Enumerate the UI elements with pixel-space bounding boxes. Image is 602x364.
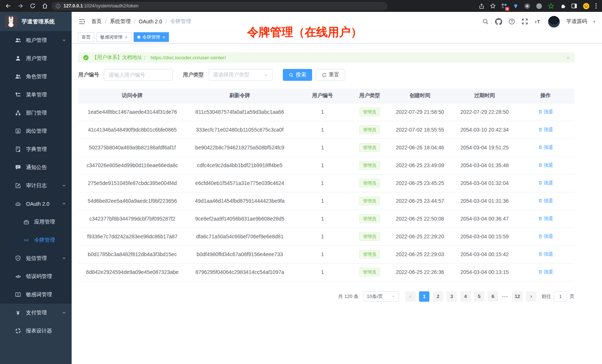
- force-logout-button[interactable]: 强退: [538, 144, 553, 151]
- profile-emoji-icon[interactable]: [583, 3, 590, 10]
- search-icon[interactable]: [482, 18, 489, 25]
- search-button[interactable]: 搜索: [283, 69, 312, 81]
- sidebar-panel-icon[interactable]: [571, 3, 577, 9]
- extension-command-icon[interactable]: [524, 3, 530, 9]
- sidebar-item-dict[interactable]: 字典管理: [0, 140, 72, 158]
- extension-star-icon[interactable]: [548, 3, 554, 9]
- alert-doc-link[interactable]: https://doc.iocoder.cn/user-center/: [151, 55, 226, 60]
- table-row: 6d842e2924594de9a09e45e087323abe 8796295…: [78, 263, 575, 281]
- tab-close-icon[interactable]: ×: [125, 35, 128, 40]
- sidebar-item-label: 租户管理: [26, 37, 47, 44]
- force-logout-button[interactable]: 强退: [538, 162, 553, 169]
- github-icon[interactable]: [495, 18, 502, 25]
- sidebar-item-label: 菜单管理: [26, 92, 47, 98]
- force-logout-button[interactable]: 强退: [538, 126, 553, 133]
- user-avatar[interactable]: [548, 16, 560, 27]
- sidebar-item-audit-log[interactable]: 审计日志: [0, 176, 72, 195]
- page-button[interactable]: 2: [433, 291, 443, 302]
- sidebar-item-error-code[interactable]: </> 错误码管理: [0, 267, 72, 285]
- sidebar-item-tenant[interactable]: 租户管理: [0, 31, 72, 49]
- prev-page-button[interactable]: [405, 291, 416, 302]
- access-token-cell: c342377bf8b344799dcbf7bf095287f2: [78, 210, 186, 228]
- refresh-token-cell: 333ecfc71e02480cb11055c875c3ca0f: [186, 121, 293, 139]
- extension-gem-icon[interactable]: [513, 3, 518, 9]
- user-type-cell: 管理员: [352, 156, 387, 174]
- breadcrumb-item[interactable]: 首页: [91, 18, 102, 25]
- sidebar-item-oauth2-app[interactable]: 应用管理: [0, 213, 72, 231]
- fullscreen-icon[interactable]: [521, 18, 528, 25]
- user-caret-down-icon[interactable]: ▾: [593, 19, 595, 24]
- sidebar-item-notice[interactable]: 通知公告: [0, 158, 72, 176]
- refresh-token-cell: 811c530487574fa0af1a59d3abc1aa66: [186, 103, 293, 121]
- next-page-button[interactable]: [526, 291, 536, 302]
- user-id-input[interactable]: [104, 69, 173, 81]
- action-cell: 强退: [517, 192, 575, 210]
- site-info-icon[interactable]: [56, 4, 60, 9]
- bookmark-star-icon[interactable]: [490, 3, 496, 9]
- sidebar-item-post[interactable]: 岗位管理: [0, 122, 72, 140]
- page-button[interactable]: 4: [460, 291, 471, 302]
- sidebar-item-sensitive-word[interactable]: 敏感词管理: [0, 285, 72, 304]
- sidebar-item-pay[interactable]: ¥ 支付管理: [0, 304, 72, 322]
- user-type-cell: 管理员: [352, 263, 387, 281]
- sidebar-item-dept[interactable]: 部门管理: [0, 104, 72, 122]
- address-bar[interactable]: 127.0.0.1:1024/system/oauth2/token: [52, 2, 387, 10]
- page-button-active[interactable]: 1: [419, 291, 429, 302]
- force-logout-button[interactable]: 强退: [538, 233, 553, 240]
- page-button[interactable]: 5: [474, 291, 484, 302]
- table-column-header: 过期时间: [452, 89, 517, 103]
- sidebar-item-report-designer[interactable]: 报表设计器: [0, 322, 72, 340]
- force-logout-button[interactable]: 强退: [538, 180, 553, 186]
- tab-home[interactable]: 首页: [78, 32, 94, 42]
- page-button-last[interactable]: 12: [512, 291, 523, 302]
- user-id-cell: 1: [293, 156, 352, 174]
- goto-page-input[interactable]: [554, 291, 567, 302]
- tab-sensitive-word[interactable]: 敏感词管理 ×: [96, 32, 131, 42]
- extensions-puzzle-icon[interactable]: [560, 3, 566, 9]
- browser-menu-kebab-icon[interactable]: [595, 3, 597, 9]
- font-size-icon[interactable]: TT: [534, 18, 542, 25]
- pagination-ellipsis[interactable]: ···: [501, 294, 509, 299]
- briefcase-icon: [23, 219, 29, 225]
- sidebar-item-menu[interactable]: 菜单管理: [0, 86, 72, 104]
- share-icon[interactable]: [479, 3, 484, 9]
- alert-close-icon[interactable]: ×: [566, 54, 570, 61]
- tab-close-icon[interactable]: ×: [163, 35, 166, 40]
- url-host: 127.0.0.1: [63, 3, 83, 9]
- sidebar-item-oauth2[interactable]: OAuth 2.0: [0, 195, 72, 213]
- tab-label: 首页: [82, 34, 91, 40]
- user-type-placeholder: 请选择用户类型: [213, 72, 249, 78]
- back-icon[interactable]: [5, 3, 11, 9]
- username[interactable]: 芋道源码: [566, 18, 587, 25]
- logo-block[interactable]: 芋道管理系统: [0, 12, 72, 31]
- user-type-select[interactable]: 请选择用户类型: [209, 69, 272, 81]
- force-logout-button[interactable]: 强退: [538, 109, 553, 115]
- force-logout-label: 强退: [544, 198, 553, 204]
- user-id-cell: 1: [293, 228, 352, 245]
- extension-grid-icon[interactable]: 9: [501, 3, 507, 9]
- svg-text:T: T: [537, 19, 540, 24]
- sidebar-item-user[interactable]: 用户管理: [0, 49, 72, 67]
- sidebar-item-oauth2-token[interactable]: 令牌管理: [0, 231, 72, 249]
- home-icon[interactable]: [42, 3, 48, 9]
- page-size-select[interactable]: 10条/页: [363, 291, 399, 302]
- help-icon[interactable]: [508, 18, 515, 25]
- sidebar-fold-icon[interactable]: [78, 18, 85, 25]
- sidebar-item-role[interactable]: 角色管理: [0, 67, 72, 86]
- expire-time-cell: 2054-03-04 19:51:25: [452, 139, 517, 156]
- force-logout-button[interactable]: 强退: [538, 251, 553, 258]
- force-logout-button[interactable]: 强退: [538, 215, 553, 222]
- expire-time-cell: 2022-07-29 22:28:50: [452, 103, 517, 121]
- reload-icon[interactable]: [30, 3, 36, 9]
- tab-token[interactable]: 令牌管理 ×: [134, 32, 169, 42]
- reset-button[interactable]: 重置: [316, 69, 345, 81]
- page-button[interactable]: 6: [488, 291, 498, 302]
- page-button[interactable]: 3: [446, 291, 457, 302]
- force-logout-button[interactable]: 强退: [538, 198, 553, 204]
- forward-icon[interactable]: [17, 3, 23, 9]
- force-logout-button[interactable]: 强退: [538, 269, 553, 275]
- extension-record-icon[interactable]: [536, 3, 542, 9]
- sidebar-item-sms[interactable]: 短信管理: [0, 249, 72, 267]
- breadcrumb-item[interactable]: 系统管理: [110, 18, 131, 25]
- breadcrumb-item[interactable]: OAuth 2.0: [139, 19, 162, 24]
